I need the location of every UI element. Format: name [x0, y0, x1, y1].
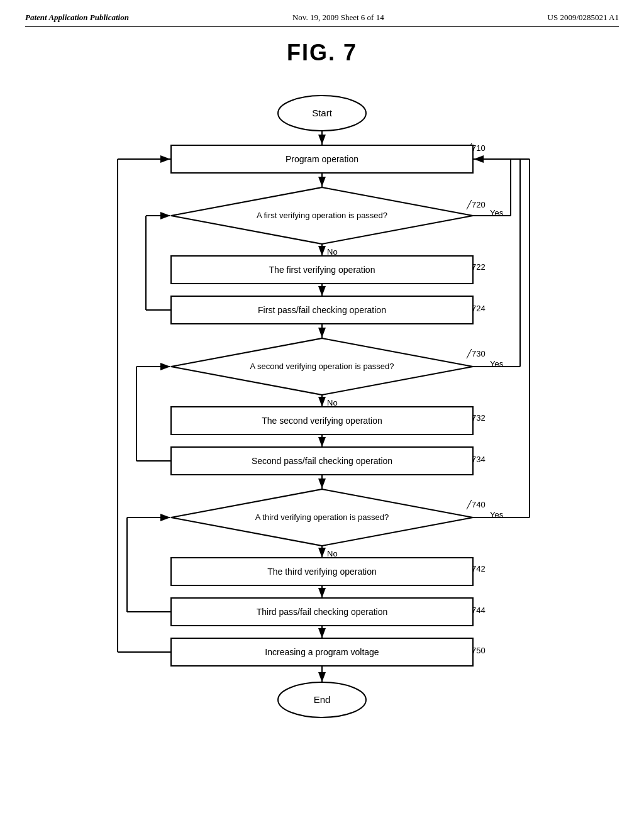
ref-740: ╱740	[466, 499, 486, 510]
no-730: No	[327, 398, 338, 407]
n744-label: Third pass/fail checking operation	[257, 607, 388, 617]
page: Patent Application Publication Nov. 19, …	[0, 0, 644, 830]
n710-label: Program operation	[286, 154, 358, 164]
header-center: Nov. 19, 2009 Sheet 6 of 14	[292, 13, 384, 23]
end-label: End	[314, 694, 331, 705]
n734-label: Second pass/fail checking operation	[252, 456, 392, 466]
flowchart-svg: Start ╱710 Program operation ╱720 Yes A …	[102, 85, 542, 789]
n730-label: A second verifying operation is passed?	[250, 362, 394, 371]
header-right: US 2009/0285021 A1	[548, 13, 619, 23]
fig-title: FIG. 7	[25, 40, 619, 66]
n724-label: First pass/fail checking operation	[258, 305, 386, 315]
n720-label: A first verifying operation is passed?	[257, 211, 387, 220]
ref-730: ╱730	[466, 348, 486, 359]
header: Patent Application Publication Nov. 19, …	[25, 13, 619, 27]
n722-label: The first verifying operation	[269, 265, 375, 275]
ref-720: ╱720	[466, 199, 486, 210]
start-label: Start	[312, 108, 333, 118]
flowchart: Start ╱710 Program operation ╱720 Yes A …	[102, 85, 542, 792]
n750-label: Increasing a program voltage	[265, 647, 379, 657]
n742-label: The third verifying operation	[267, 567, 377, 577]
no-740: No	[327, 549, 338, 558]
n740-label: A third verifying operation is passed?	[255, 512, 389, 522]
header-left: Patent Application Publication	[25, 13, 129, 23]
no-720: No	[327, 247, 338, 257]
n732-label: The second verifying operation	[262, 416, 382, 426]
